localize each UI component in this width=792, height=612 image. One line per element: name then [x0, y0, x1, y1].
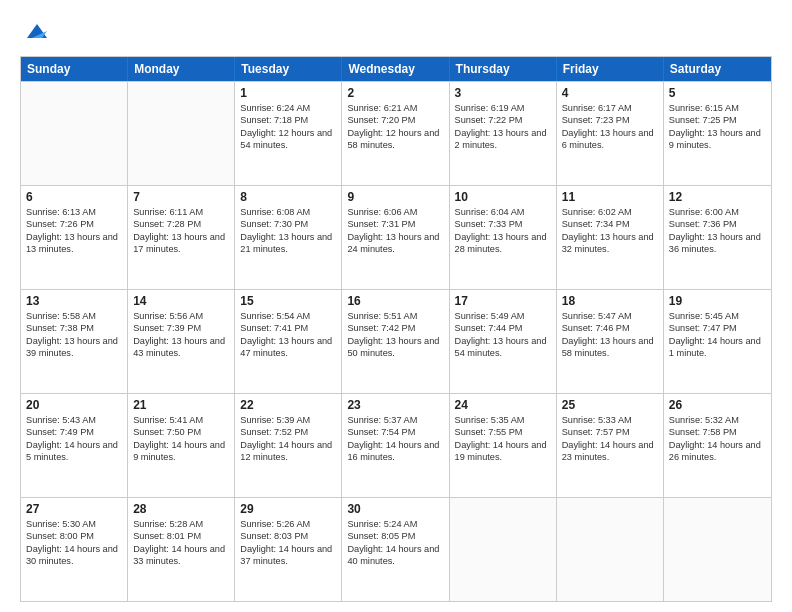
calendar: SundayMondayTuesdayWednesdayThursdayFrid… — [20, 56, 772, 602]
cal-day-number: 30 — [347, 502, 443, 516]
cal-day-number: 26 — [669, 398, 766, 412]
cal-cell — [21, 82, 128, 185]
cal-cell-content: Sunrise: 5:37 AM Sunset: 7:54 PM Dayligh… — [347, 414, 443, 464]
cal-day-number: 16 — [347, 294, 443, 308]
cal-cell — [450, 498, 557, 601]
cal-week-5: 27Sunrise: 5:30 AM Sunset: 8:00 PM Dayli… — [21, 497, 771, 601]
cal-cell: 27Sunrise: 5:30 AM Sunset: 8:00 PM Dayli… — [21, 498, 128, 601]
cal-cell: 25Sunrise: 5:33 AM Sunset: 7:57 PM Dayli… — [557, 394, 664, 497]
cal-day-number: 7 — [133, 190, 229, 204]
cal-day-number: 22 — [240, 398, 336, 412]
cal-cell: 14Sunrise: 5:56 AM Sunset: 7:39 PM Dayli… — [128, 290, 235, 393]
cal-day-number: 24 — [455, 398, 551, 412]
cal-cell-content: Sunrise: 5:43 AM Sunset: 7:49 PM Dayligh… — [26, 414, 122, 464]
cal-cell-content: Sunrise: 5:33 AM Sunset: 7:57 PM Dayligh… — [562, 414, 658, 464]
cal-cell: 11Sunrise: 6:02 AM Sunset: 7:34 PM Dayli… — [557, 186, 664, 289]
cal-day-number: 5 — [669, 86, 766, 100]
calendar-body: 1Sunrise: 6:24 AM Sunset: 7:18 PM Daylig… — [21, 81, 771, 601]
cal-day-number: 9 — [347, 190, 443, 204]
cal-week-4: 20Sunrise: 5:43 AM Sunset: 7:49 PM Dayli… — [21, 393, 771, 497]
cal-cell: 16Sunrise: 5:51 AM Sunset: 7:42 PM Dayli… — [342, 290, 449, 393]
cal-day-number: 20 — [26, 398, 122, 412]
cal-cell: 3Sunrise: 6:19 AM Sunset: 7:22 PM Daylig… — [450, 82, 557, 185]
logo-icon — [22, 16, 52, 46]
cal-day-number: 18 — [562, 294, 658, 308]
cal-day-number: 28 — [133, 502, 229, 516]
cal-cell-content: Sunrise: 5:30 AM Sunset: 8:00 PM Dayligh… — [26, 518, 122, 568]
cal-cell-content: Sunrise: 6:04 AM Sunset: 7:33 PM Dayligh… — [455, 206, 551, 256]
cal-cell: 28Sunrise: 5:28 AM Sunset: 8:01 PM Dayli… — [128, 498, 235, 601]
cal-cell: 17Sunrise: 5:49 AM Sunset: 7:44 PM Dayli… — [450, 290, 557, 393]
cal-cell-content: Sunrise: 5:45 AM Sunset: 7:47 PM Dayligh… — [669, 310, 766, 360]
cal-cell: 2Sunrise: 6:21 AM Sunset: 7:20 PM Daylig… — [342, 82, 449, 185]
cal-cell-content: Sunrise: 5:24 AM Sunset: 8:05 PM Dayligh… — [347, 518, 443, 568]
cal-day-number: 10 — [455, 190, 551, 204]
cal-cell: 12Sunrise: 6:00 AM Sunset: 7:36 PM Dayli… — [664, 186, 771, 289]
cal-header-saturday: Saturday — [664, 57, 771, 81]
cal-day-number: 3 — [455, 86, 551, 100]
cal-cell: 21Sunrise: 5:41 AM Sunset: 7:50 PM Dayli… — [128, 394, 235, 497]
cal-cell: 1Sunrise: 6:24 AM Sunset: 7:18 PM Daylig… — [235, 82, 342, 185]
cal-day-number: 13 — [26, 294, 122, 308]
cal-day-number: 12 — [669, 190, 766, 204]
cal-cell-content: Sunrise: 5:26 AM Sunset: 8:03 PM Dayligh… — [240, 518, 336, 568]
cal-cell — [557, 498, 664, 601]
cal-cell: 13Sunrise: 5:58 AM Sunset: 7:38 PM Dayli… — [21, 290, 128, 393]
cal-cell: 7Sunrise: 6:11 AM Sunset: 7:28 PM Daylig… — [128, 186, 235, 289]
cal-cell-content: Sunrise: 6:02 AM Sunset: 7:34 PM Dayligh… — [562, 206, 658, 256]
cal-cell-content: Sunrise: 5:58 AM Sunset: 7:38 PM Dayligh… — [26, 310, 122, 360]
cal-day-number: 29 — [240, 502, 336, 516]
cal-header-friday: Friday — [557, 57, 664, 81]
cal-cell-content: Sunrise: 5:47 AM Sunset: 7:46 PM Dayligh… — [562, 310, 658, 360]
cal-header-thursday: Thursday — [450, 57, 557, 81]
cal-cell: 4Sunrise: 6:17 AM Sunset: 7:23 PM Daylig… — [557, 82, 664, 185]
cal-cell-content: Sunrise: 6:21 AM Sunset: 7:20 PM Dayligh… — [347, 102, 443, 152]
cal-day-number: 14 — [133, 294, 229, 308]
cal-cell-content: Sunrise: 5:49 AM Sunset: 7:44 PM Dayligh… — [455, 310, 551, 360]
cal-cell: 23Sunrise: 5:37 AM Sunset: 7:54 PM Dayli… — [342, 394, 449, 497]
cal-cell-content: Sunrise: 6:08 AM Sunset: 7:30 PM Dayligh… — [240, 206, 336, 256]
cal-day-number: 17 — [455, 294, 551, 308]
cal-cell: 6Sunrise: 6:13 AM Sunset: 7:26 PM Daylig… — [21, 186, 128, 289]
cal-cell-content: Sunrise: 5:32 AM Sunset: 7:58 PM Dayligh… — [669, 414, 766, 464]
cal-day-number: 6 — [26, 190, 122, 204]
cal-header-sunday: Sunday — [21, 57, 128, 81]
cal-day-number: 25 — [562, 398, 658, 412]
cal-day-number: 2 — [347, 86, 443, 100]
cal-day-number: 27 — [26, 502, 122, 516]
header — [20, 16, 772, 46]
logo — [20, 16, 52, 46]
cal-header-tuesday: Tuesday — [235, 57, 342, 81]
cal-cell-content: Sunrise: 5:41 AM Sunset: 7:50 PM Dayligh… — [133, 414, 229, 464]
cal-day-number: 11 — [562, 190, 658, 204]
cal-cell-content: Sunrise: 6:06 AM Sunset: 7:31 PM Dayligh… — [347, 206, 443, 256]
page: SundayMondayTuesdayWednesdayThursdayFrid… — [0, 0, 792, 612]
cal-day-number: 8 — [240, 190, 336, 204]
cal-cell: 18Sunrise: 5:47 AM Sunset: 7:46 PM Dayli… — [557, 290, 664, 393]
cal-day-number: 23 — [347, 398, 443, 412]
cal-cell: 20Sunrise: 5:43 AM Sunset: 7:49 PM Dayli… — [21, 394, 128, 497]
cal-cell — [664, 498, 771, 601]
cal-cell: 24Sunrise: 5:35 AM Sunset: 7:55 PM Dayli… — [450, 394, 557, 497]
cal-cell-content: Sunrise: 6:15 AM Sunset: 7:25 PM Dayligh… — [669, 102, 766, 152]
cal-week-1: 1Sunrise: 6:24 AM Sunset: 7:18 PM Daylig… — [21, 81, 771, 185]
cal-week-2: 6Sunrise: 6:13 AM Sunset: 7:26 PM Daylig… — [21, 185, 771, 289]
cal-cell: 10Sunrise: 6:04 AM Sunset: 7:33 PM Dayli… — [450, 186, 557, 289]
cal-cell-content: Sunrise: 5:51 AM Sunset: 7:42 PM Dayligh… — [347, 310, 443, 360]
calendar-header-row: SundayMondayTuesdayWednesdayThursdayFrid… — [21, 57, 771, 81]
cal-cell: 5Sunrise: 6:15 AM Sunset: 7:25 PM Daylig… — [664, 82, 771, 185]
cal-cell: 29Sunrise: 5:26 AM Sunset: 8:03 PM Dayli… — [235, 498, 342, 601]
cal-header-monday: Monday — [128, 57, 235, 81]
cal-cell-content: Sunrise: 6:00 AM Sunset: 7:36 PM Dayligh… — [669, 206, 766, 256]
cal-cell-content: Sunrise: 6:24 AM Sunset: 7:18 PM Dayligh… — [240, 102, 336, 152]
cal-cell: 19Sunrise: 5:45 AM Sunset: 7:47 PM Dayli… — [664, 290, 771, 393]
cal-cell-content: Sunrise: 5:54 AM Sunset: 7:41 PM Dayligh… — [240, 310, 336, 360]
cal-cell-content: Sunrise: 6:17 AM Sunset: 7:23 PM Dayligh… — [562, 102, 658, 152]
cal-day-number: 15 — [240, 294, 336, 308]
cal-cell-content: Sunrise: 5:39 AM Sunset: 7:52 PM Dayligh… — [240, 414, 336, 464]
cal-day-number: 1 — [240, 86, 336, 100]
cal-header-wednesday: Wednesday — [342, 57, 449, 81]
cal-day-number: 4 — [562, 86, 658, 100]
cal-cell: 30Sunrise: 5:24 AM Sunset: 8:05 PM Dayli… — [342, 498, 449, 601]
cal-cell-content: Sunrise: 6:19 AM Sunset: 7:22 PM Dayligh… — [455, 102, 551, 152]
